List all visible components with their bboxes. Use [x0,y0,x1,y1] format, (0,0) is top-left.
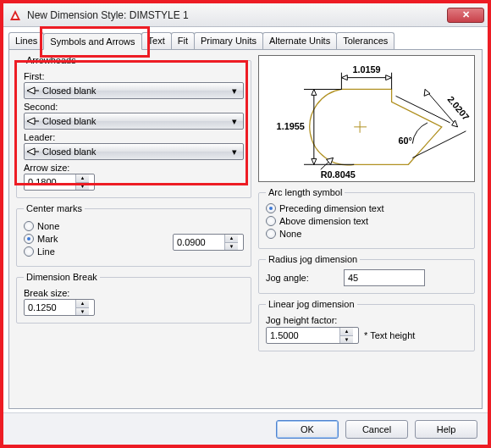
tab-text[interactable]: Text [141,32,172,49]
svg-marker-11 [341,75,347,80]
app-icon [8,8,22,22]
spin-down-icon[interactable]: ▼ [340,335,353,344]
first-arrow-value: Closed blank [42,86,229,96]
arrow-size-spin[interactable]: ▲▼ [24,174,95,191]
linear-jog-group: Linear jog dimension Jog height factor: … [258,299,475,351]
svg-marker-17 [312,158,317,164]
second-arrow-combo[interactable]: Closed blank ▾ [24,113,244,130]
jog-height-input[interactable] [267,328,339,343]
close-icon: ✕ [462,9,470,20]
arrow-size-label: Arrow size: [24,163,244,173]
radius-jog-group: Radius jog dimension Jog angle: [258,254,475,294]
second-arrow-value: Closed blank [42,116,229,126]
jog-height-spin[interactable]: ▲▼ [266,327,359,344]
jog-height-suffix: * Text height [364,330,415,340]
cancel-button[interactable]: Cancel [345,420,408,439]
arrowheads-group: Arrowheads First: Closed blank ▾ Second:… [16,55,251,198]
chevron-down-icon: ▾ [229,86,240,97]
arrowheads-legend: Arrowheads [24,55,79,65]
radius-jog-legend: Radius jog dimension [266,254,360,264]
dimension-preview: 1.0159 1.1955 [258,55,475,182]
arc-length-group: Arc length symbol Preceding dimension te… [258,187,475,249]
tab-strip: Lines Symbols and Arrows Text Fit Primar… [8,32,483,49]
svg-marker-2 [27,87,35,94]
preview-dim-left: 1.1955 [277,121,305,131]
break-size-spin[interactable]: ▲▼ [24,299,95,316]
center-mark-size-input[interactable] [174,235,224,250]
center-marks-group: Center marks None Mark Line ▲▼ [16,203,251,267]
svg-line-19 [412,131,466,158]
title-bar: New Dimension Style: DIMSTYLE 1 ✕ [3,3,488,27]
close-button[interactable]: ✕ [447,8,484,23]
second-label: Second: [24,102,244,112]
spin-down-icon[interactable]: ▼ [225,242,238,251]
jog-height-label: Jog height factor: [266,315,467,325]
break-size-input[interactable] [25,300,75,315]
leader-label: Leader: [24,132,244,142]
closed-blank-arrow-icon [27,147,39,156]
help-button[interactable]: Help [415,420,477,439]
first-arrow-combo[interactable]: Closed blank ▾ [24,82,244,99]
spin-up-icon[interactable]: ▲ [340,328,353,335]
dimension-break-legend: Dimension Break [24,272,100,282]
preview-dim-top: 1.0159 [352,64,380,75]
linear-jog-legend: Linear jog dimension [266,299,357,309]
arrow-size-input[interactable] [25,174,75,190]
ok-button[interactable]: OK [276,420,339,439]
arc-above-radio[interactable]: Above dimension text [266,216,467,226]
arc-length-legend: Arc length symbol [266,187,345,197]
closed-blank-arrow-icon [27,117,39,125]
spin-up-icon[interactable]: ▲ [76,174,89,182]
tab-fit[interactable]: Fit [171,32,195,49]
jog-angle-input[interactable] [344,269,425,286]
jog-angle-label: Jog angle: [266,273,339,283]
arc-none-radio[interactable]: None [266,229,467,239]
tab-panel: Arrowheads First: Closed blank ▾ Second:… [8,49,483,409]
svg-marker-12 [386,75,392,80]
leader-arrow-combo[interactable]: Closed blank ▾ [24,143,244,160]
closed-blank-arrow-icon [27,86,39,95]
svg-marker-6 [27,148,35,155]
tab-symbols-arrows[interactable]: Symbols and Arrows [43,33,141,50]
svg-marker-16 [312,89,317,95]
preview-radius: R0.8045 [321,169,356,180]
center-none-radio[interactable]: None [24,221,168,231]
preview-angle: 60° [398,136,411,146]
chevron-down-icon: ▾ [229,116,240,127]
arc-preceding-radio[interactable]: Preceding dimension text [266,203,467,213]
spin-up-icon[interactable]: ▲ [225,235,238,242]
spin-down-icon[interactable]: ▼ [76,182,89,191]
chevron-down-icon: ▾ [229,147,240,158]
svg-marker-4 [27,118,35,124]
dimension-break-group: Dimension Break Break size: ▲▼ [16,272,251,324]
break-size-label: Break size: [24,288,244,298]
tab-primary-units[interactable]: Primary Units [194,32,263,49]
svg-marker-21 [424,89,430,96]
window-frame-highlight: New Dimension Style: DIMSTYLE 1 ✕ Lines … [0,0,491,448]
center-mark-size-spin[interactable]: ▲▼ [173,234,244,251]
spin-up-icon[interactable]: ▲ [76,300,89,307]
tab-tolerances[interactable]: Tolerances [336,32,394,49]
first-label: First: [24,71,244,81]
tab-lines[interactable]: Lines [8,32,44,49]
leader-arrow-value: Closed blank [42,147,229,157]
center-marks-legend: Center marks [24,203,85,213]
dialog-footer: OK Cancel Help [3,412,488,445]
spin-down-icon[interactable]: ▼ [76,307,89,316]
tab-alternate-units[interactable]: Alternate Units [262,32,337,49]
center-line-radio[interactable]: Line [24,246,168,257]
center-mark-radio[interactable]: Mark [24,234,168,244]
window-title: New Dimension Style: DIMSTYLE 1 [27,9,447,21]
